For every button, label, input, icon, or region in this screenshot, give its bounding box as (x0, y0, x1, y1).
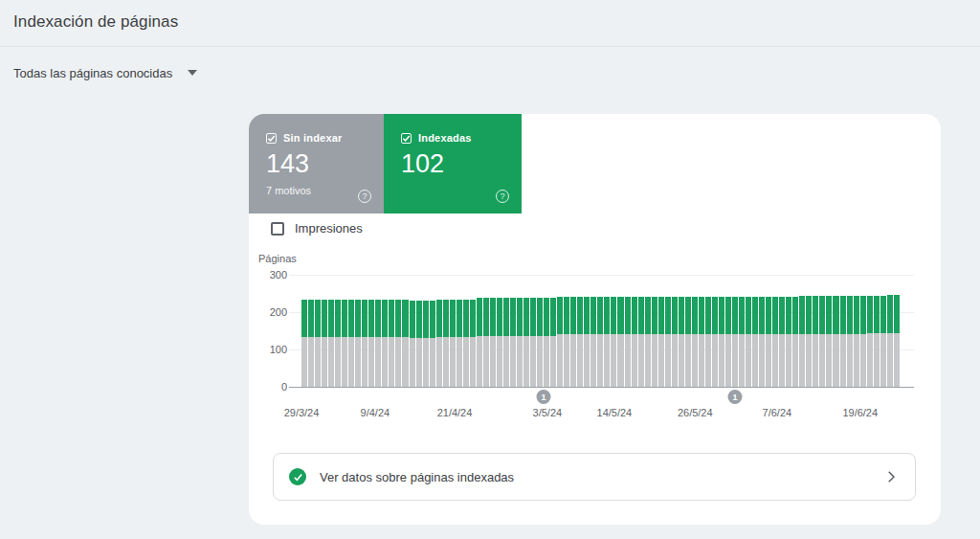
bar-segment-not-indexed (423, 338, 429, 388)
stacked-bar (510, 275, 516, 387)
bar-segment-not-indexed (315, 337, 321, 387)
bar-segment-not-indexed (503, 336, 509, 387)
stacked-bar (887, 275, 893, 387)
bar-segment-indexed (766, 297, 771, 334)
impressions-toggle[interactable]: Impresiones (271, 221, 363, 236)
bar-segment-not-indexed (470, 337, 476, 387)
bar-segment-indexed (732, 297, 738, 334)
x-tick-label: 26/5/24 (678, 407, 713, 418)
bar-segment-indexed (470, 300, 476, 337)
bar-segment-not-indexed (739, 334, 745, 387)
bar-segment-indexed (315, 300, 321, 337)
stacked-bar (645, 275, 651, 387)
bar-segment-indexed (457, 300, 462, 337)
bar-segment-not-indexed (483, 336, 489, 387)
bar-segment-indexed (570, 297, 576, 334)
page-filter-dropdown[interactable]: Todas las páginas conocidas (13, 63, 197, 82)
help-icon[interactable]: ? (358, 190, 371, 203)
bar-segment-indexed (679, 297, 684, 334)
stacked-bar (450, 275, 456, 387)
x-tick-label: 29/3/24 (284, 407, 320, 418)
stacked-bar (759, 275, 765, 387)
bar-segment-not-indexed (523, 336, 529, 387)
bar-segment-indexed (483, 298, 489, 336)
bar-segment-indexed (395, 300, 401, 337)
stacked-bar (786, 275, 791, 387)
bar-segment-not-indexed (874, 333, 880, 387)
stacked-bar (355, 275, 361, 387)
stacked-bar (652, 275, 657, 387)
checkbox-checked-icon[interactable] (401, 133, 412, 144)
bar-segment-indexed (847, 296, 853, 333)
bar-segment-indexed (537, 298, 543, 336)
bar-segment-not-indexed (430, 338, 435, 388)
stacked-bar (806, 275, 812, 387)
bar-segment-indexed (645, 297, 651, 334)
bar-segment-indexed (813, 296, 818, 333)
bar-segment-not-indexed (497, 336, 502, 387)
bar-segment-indexed (652, 297, 657, 334)
tile-indexed[interactable]: Indexadas 102 ? (384, 114, 522, 213)
stacked-bar (463, 275, 469, 387)
stacked-bar (874, 275, 880, 387)
annotation-marker[interactable]: 1 (728, 390, 743, 404)
bar-segment-not-indexed (389, 337, 394, 387)
x-tick-label: 7/6/24 (763, 407, 792, 418)
bar-segment-indexed (590, 297, 596, 334)
bar-segment-indexed (880, 296, 886, 333)
bar-segment-not-indexed (550, 336, 556, 387)
check-icon (267, 134, 276, 143)
annotation-marker[interactable]: 1 (537, 390, 551, 404)
stacked-bar (625, 275, 631, 387)
bar-segment-not-indexed (457, 337, 462, 387)
tile-not-indexed[interactable]: Sin indexar 143 7 motivos ? (249, 114, 384, 213)
x-tick-label: 19/6/24 (842, 407, 878, 418)
help-icon[interactable]: ? (496, 190, 509, 203)
chart-plot: 0100200300 29/3/249/4/2421/4/243/5/2414/… (301, 275, 900, 387)
bar-segment-not-indexed (355, 337, 361, 387)
stacked-bar (779, 275, 785, 387)
tile-not-indexed-value: 143 (266, 151, 367, 177)
bar-segment-indexed (705, 297, 711, 334)
bar-segment-not-indexed (611, 334, 616, 387)
stacked-bar (597, 275, 603, 387)
bar-segment-not-indexed (792, 334, 798, 387)
bar-segment-indexed (792, 297, 798, 334)
stacked-bar (604, 275, 610, 387)
bar-segment-not-indexed (604, 334, 610, 387)
bar-segment-not-indexed (759, 334, 765, 387)
stacked-bar (590, 275, 596, 387)
stacked-bar (503, 275, 509, 387)
stacked-bar (699, 275, 704, 387)
stacked-bar (395, 275, 401, 387)
stacked-bar (483, 275, 489, 387)
bar-segment-not-indexed (779, 334, 785, 387)
bar-segment-not-indexed (436, 337, 442, 387)
bar-segment-not-indexed (766, 334, 771, 387)
stacked-bar (410, 275, 415, 387)
bar-segment-indexed (854, 296, 859, 333)
checkbox-unchecked-icon[interactable] (271, 222, 284, 236)
checkbox-checked-icon[interactable] (266, 133, 277, 144)
bar-segment-indexed (625, 297, 631, 334)
bar-segment-not-indexed (772, 334, 778, 387)
bar-segment-not-indexed (705, 334, 711, 387)
stacked-bar (402, 275, 408, 387)
stacked-bar (617, 275, 623, 387)
y-tick-label: 200 (256, 306, 287, 318)
bar-segment-indexed (860, 296, 866, 333)
stacked-bar (792, 275, 798, 387)
stacked-bar (375, 275, 381, 387)
stacked-bar (537, 275, 543, 387)
view-indexed-pages-link[interactable]: Ver datos sobre páginas indexadas (273, 453, 916, 501)
bar-segment-indexed (746, 297, 751, 334)
bar-segment-indexed (342, 300, 347, 337)
bar-segment-indexed (322, 300, 327, 337)
bar-segment-indexed (355, 300, 361, 337)
stacked-bar (772, 275, 778, 387)
stacked-bar (632, 275, 637, 387)
bar-segment-not-indexed (570, 334, 576, 387)
stacked-bar (840, 275, 846, 387)
y-tick-label: 0 (256, 381, 287, 393)
stacked-bar (712, 275, 718, 387)
